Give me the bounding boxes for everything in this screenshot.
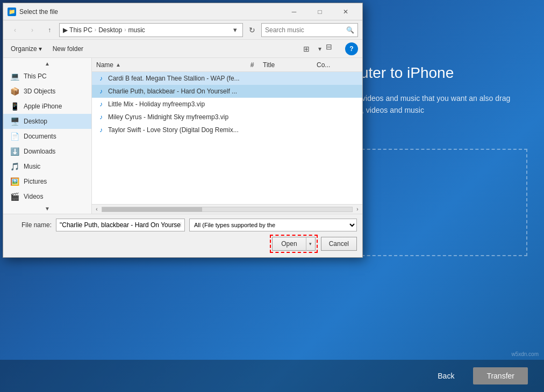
file-icon: ♪ bbox=[96, 86, 106, 96]
sidebar-item-desktop[interactable]: 🖥️ Desktop bbox=[3, 114, 91, 129]
sidebar-scroll-up[interactable]: ▲ bbox=[3, 58, 91, 69]
crumb-this-pc: ▶ This PC bbox=[63, 26, 92, 34]
view-dropdown[interactable]: ▾ bbox=[318, 42, 321, 55]
sidebar-item-documents[interactable]: 📄 Documents bbox=[3, 129, 91, 144]
back-nav-button[interactable]: ‹ bbox=[8, 23, 23, 37]
close-button[interactable]: ✕ bbox=[333, 3, 358, 20]
file-dialog: 📁 Select the file ─ □ ✕ ‹ › ↑ ▶ This PC … bbox=[3, 3, 363, 258]
this-pc-icon: 💻 bbox=[10, 71, 19, 81]
organize-dropdown-icon: ▾ bbox=[39, 45, 42, 53]
file-row[interactable]: ♪ Taylor Swift - Love Story (Digital Dog… bbox=[92, 124, 362, 136]
buttons-row: Open ▾ Cancel bbox=[9, 235, 357, 253]
sidebar-item-videos[interactable]: 🎬 Videos bbox=[3, 189, 91, 204]
cancel-button[interactable]: Cancel bbox=[321, 237, 357, 251]
file-name: Miley Cyrus - Midnight Sky myfreemp3.vip bbox=[108, 113, 244, 121]
music-label: Music bbox=[24, 163, 40, 170]
desktop-icon: 🖥️ bbox=[10, 117, 19, 126]
filename-input[interactable] bbox=[56, 219, 185, 231]
videos-icon: 🎬 bbox=[10, 192, 19, 201]
file-name: Taylor Swift - Love Story (Digital Dog R… bbox=[108, 126, 244, 134]
crumb-desktop: Desktop bbox=[98, 26, 122, 34]
file-icon: ♪ bbox=[96, 112, 106, 122]
sidebar-item-this-pc[interactable]: 💻 This PC bbox=[3, 69, 91, 84]
apple-iphone-icon: 📱 bbox=[10, 101, 19, 111]
bg-title: mputer to iPhone bbox=[339, 64, 527, 82]
file-list: ♪ Cardi B feat. Megan Thee Stallion - WA… bbox=[92, 72, 362, 204]
dialog-title: Select the file bbox=[19, 8, 282, 16]
comment-column-header: Co... bbox=[317, 61, 358, 69]
transfer-button[interactable]: Transfer bbox=[473, 367, 528, 384]
name-column-header[interactable]: Name ▲ bbox=[96, 61, 241, 69]
file-row[interactable]: ♪ Charlie Puth, blackbear - Hard On Your… bbox=[92, 85, 362, 98]
search-icon: 🔍 bbox=[346, 26, 354, 34]
open-button-container: Open ▾ bbox=[270, 235, 317, 253]
search-box: 🔍 bbox=[261, 23, 358, 37]
sidebar-item-downloads[interactable]: ⬇️ Downloads bbox=[3, 144, 91, 159]
action-toolbar: Organize ▾ New folder ⊞ ▾ ⊟ ? bbox=[3, 40, 362, 58]
refresh-button[interactable]: ↻ bbox=[245, 23, 259, 37]
3d-objects-label: 3D Objects bbox=[24, 88, 55, 95]
filename-row: File name: All (File types supported by … bbox=[9, 219, 357, 231]
videos-label: Videos bbox=[24, 193, 43, 200]
file-row[interactable]: ♪ Little Mix - Holiday myfreemp3.vip bbox=[92, 98, 362, 111]
dialog-bottom: File name: All (File types supported by … bbox=[3, 214, 362, 257]
sort-arrow: ▲ bbox=[116, 62, 121, 68]
pictures-icon: 🖼️ bbox=[10, 177, 19, 186]
dialog-icon: 📁 bbox=[8, 8, 16, 16]
file-icon: ♪ bbox=[96, 74, 106, 83]
number-column-header[interactable]: # bbox=[241, 61, 263, 69]
filename-label: File name: bbox=[9, 221, 52, 229]
back-button[interactable]: Back bbox=[427, 367, 465, 384]
file-icon: ♪ bbox=[96, 99, 106, 109]
title-bar-controls: ─ □ ✕ bbox=[282, 3, 358, 20]
downloads-label: Downloads bbox=[24, 148, 55, 155]
sidebar-items: 💻 This PC 📦 3D Objects 📱 Apple iPhone 🖥️… bbox=[3, 58, 91, 214]
bg-description: hotos, videos and music that you want an… bbox=[339, 92, 527, 117]
file-name: Charlie Puth, blackbear - Hard On Yourse… bbox=[108, 88, 244, 95]
file-name: Little Mix - Holiday myfreemp3.vip bbox=[108, 100, 244, 108]
organize-button[interactable]: Organize ▾ bbox=[8, 42, 45, 55]
sidebar-item-music[interactable]: 🎵 Music bbox=[3, 159, 91, 174]
scroll-left-button[interactable]: ‹ bbox=[92, 205, 102, 214]
main-content: ▲ 💻 This PC 📦 3D Objects 📱 Apple iPhone … bbox=[3, 58, 362, 214]
search-input[interactable] bbox=[265, 26, 346, 34]
filetype-dropdown[interactable]: All (File types supported by the bbox=[189, 219, 357, 231]
bottom-bar: Back Transfer bbox=[0, 360, 544, 392]
maximize-button[interactable]: □ bbox=[307, 3, 332, 20]
open-button[interactable]: Open bbox=[272, 237, 305, 251]
address-dropdown-button[interactable]: ▾ bbox=[231, 24, 239, 37]
title-bar: 📁 Select the file ─ □ ✕ bbox=[3, 3, 362, 20]
3d-objects-icon: 📦 bbox=[10, 86, 19, 96]
help-button[interactable]: ? bbox=[345, 42, 358, 55]
address-toolbar: ‹ › ↑ ▶ This PC › Desktop › music ▾ ↻ 🔍 bbox=[3, 20, 362, 40]
open-dropdown-arrow[interactable]: ▾ bbox=[306, 237, 316, 251]
file-row[interactable]: ♪ Cardi B feat. Megan Thee Stallion - WA… bbox=[92, 72, 362, 85]
watermark: w5xdn.com bbox=[511, 351, 539, 357]
minimize-button[interactable]: ─ bbox=[282, 3, 306, 20]
desktop-label: Desktop bbox=[24, 118, 47, 125]
scroll-right-button[interactable]: › bbox=[353, 205, 362, 214]
music-icon: 🎵 bbox=[10, 162, 19, 171]
this-pc-label: This PC bbox=[24, 72, 47, 80]
file-row[interactable]: ♪ Miley Cyrus - Midnight Sky myfreemp3.v… bbox=[92, 111, 362, 124]
horizontal-scrollbar: ‹ › bbox=[92, 204, 362, 214]
scroll-thumb[interactable] bbox=[102, 207, 202, 212]
crumb-music: music bbox=[128, 26, 145, 34]
title-column-header[interactable]: Title bbox=[263, 61, 317, 69]
view-button[interactable]: ⊞ bbox=[299, 42, 314, 55]
file-list-area: Name ▲ # Title Co... ♪ Cardi B feat. Meg… bbox=[92, 58, 362, 214]
documents-icon: 📄 bbox=[10, 132, 19, 141]
scroll-track[interactable] bbox=[102, 207, 353, 212]
documents-label: Documents bbox=[24, 133, 56, 140]
sidebar-item-3d-objects[interactable]: 📦 3D Objects bbox=[3, 84, 91, 99]
apple-iphone-label: Apple iPhone bbox=[24, 103, 62, 110]
sidebar-item-pictures[interactable]: 🖼️ Pictures bbox=[3, 174, 91, 189]
sidebar-item-apple-iphone[interactable]: 📱 Apple iPhone bbox=[3, 99, 91, 114]
pane-button[interactable]: ⊟ bbox=[326, 42, 341, 55]
forward-nav-button[interactable]: › bbox=[25, 23, 40, 37]
sidebar-scroll-down[interactable]: ▼ bbox=[3, 203, 91, 214]
pictures-label: Pictures bbox=[24, 178, 47, 185]
up-nav-button[interactable]: ↑ bbox=[42, 23, 57, 37]
downloads-icon: ⬇️ bbox=[10, 147, 19, 156]
new-folder-button[interactable]: New folder bbox=[49, 42, 87, 55]
